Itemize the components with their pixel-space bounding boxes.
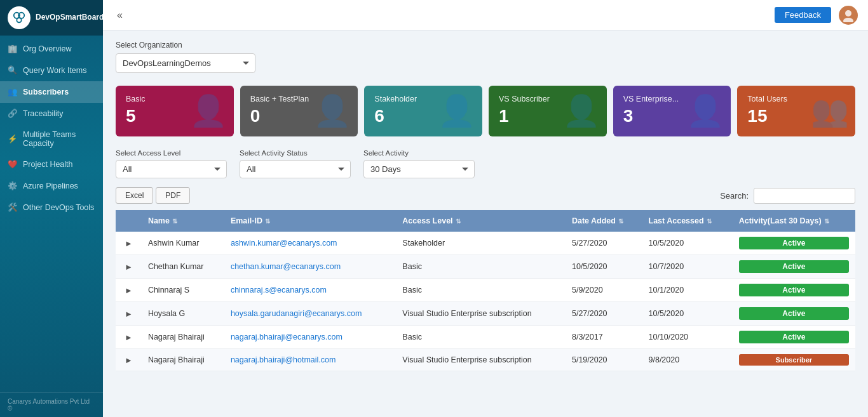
feedback-button[interactable]: Feedback — [775, 7, 831, 23]
row-expand-button[interactable]: ► — [116, 302, 142, 326]
th-name[interactable]: Name⇅ — [142, 210, 224, 232]
export-buttons: ExcelPDF — [116, 187, 190, 204]
health-icon: ❤️ — [8, 159, 18, 169]
cell-name: Hoysala G — [142, 302, 224, 326]
sidebar-item-label: Azure Pipelines — [23, 182, 78, 190]
th-activitylast-30-days[interactable]: Activity(Last 30 Days)⇅ — [733, 210, 855, 232]
sidebar-item-label: Project Health — [23, 160, 73, 169]
sidebar-item-multiple-teams-capacity[interactable]: ⚡ Multiple Teams Capacity — [0, 124, 103, 154]
export-excel-button[interactable]: Excel — [116, 187, 153, 204]
cell-date-added: 8/3/2017 — [566, 326, 642, 349]
th-access-level[interactable]: Access Level⇅ — [396, 210, 566, 232]
topbar-left: « — [113, 7, 126, 23]
th-expand[interactable] — [116, 210, 142, 232]
card-icon-total-users: 👥 — [811, 93, 849, 129]
cell-last-accessed: 10/1/2020 — [642, 279, 733, 302]
sidebar-collapse-button[interactable]: « — [113, 7, 126, 23]
svg-point-3 — [845, 10, 851, 17]
table-body: ►Ashwin Kumarashwin.kumar@ecanarys.comSt… — [116, 232, 855, 371]
table-header-row: Name⇅Email-ID⇅Access Level⇅Date Added⇅La… — [116, 210, 855, 232]
row-expand-button[interactable]: ► — [116, 279, 142, 302]
active-badge: Active — [739, 260, 849, 273]
subscriber-cards-row: Basic 5 👤Basic + TestPlan 0 👤Stakeholder… — [116, 86, 855, 136]
table-row: ►Nagaraj Bhairajinagaraj.bhairaji@ecanar… — [116, 326, 855, 349]
expand-btn[interactable]: ► — [122, 286, 135, 295]
svg-point-4 — [843, 18, 853, 22]
access-level-select[interactable]: AllBasicBasic + TestPlanStakeholderVS Su… — [116, 160, 227, 178]
card-vs-enterprise[interactable]: VS Enterprise... 3 👤 — [613, 86, 731, 136]
active-badge: Active — [739, 331, 849, 343]
org-icon: 🏢 — [8, 44, 18, 54]
cell-email: ashwin.kumar@ecanarys.com — [224, 232, 396, 255]
row-expand-button[interactable]: ► — [116, 255, 142, 279]
row-expand-button[interactable]: ► — [116, 326, 142, 349]
cell-activity: Subscriber — [733, 349, 855, 371]
sidebar-item-other-devops-tools[interactable]: 🛠️ Other DevOps Tools — [0, 197, 103, 218]
export-pdf-button[interactable]: PDF — [156, 187, 190, 204]
card-basic-testplan[interactable]: Basic + TestPlan 0 👤 — [240, 86, 358, 136]
sidebar-nav: 🏢 Org Overview🔍 Query Work Items👥 Subscr… — [0, 36, 103, 392]
org-select-dropdown[interactable]: DevOpsLearningDemos — [116, 53, 255, 73]
cell-email: nagaraj.bhairaji@ecanarys.com — [224, 326, 396, 349]
access-level-label: Select Access Level — [116, 149, 227, 157]
th-date-added[interactable]: Date Added⇅ — [566, 210, 642, 232]
topbar: « Feedback — [103, 0, 868, 30]
row-expand-button[interactable]: ► — [116, 232, 142, 255]
expand-btn[interactable]: ► — [122, 333, 135, 342]
expand-btn[interactable]: ► — [122, 309, 135, 319]
th-email-id[interactable]: Email-ID⇅ — [224, 210, 396, 232]
row-expand-button[interactable]: ► — [116, 349, 142, 371]
search-input[interactable] — [754, 188, 855, 204]
cell-date-added: 5/27/2020 — [566, 302, 642, 326]
org-select-section: Select Organization DevOpsLearningDemos — [116, 41, 855, 73]
cell-last-accessed: 10/5/2020 — [642, 232, 733, 255]
card-basic[interactable]: Basic 5 👤 — [116, 86, 234, 136]
cell-date-added: 10/5/2020 — [566, 255, 642, 279]
teams-icon: ⚡ — [8, 134, 18, 144]
card-icon-vs-subscriber: 👤 — [562, 93, 600, 129]
table-row: ►Hoysala Ghoysala.garudanagiri@ecanarys.… — [116, 302, 855, 326]
activity-status-select[interactable]: AllActiveInactive — [240, 160, 351, 178]
expand-btn[interactable]: ► — [122, 355, 135, 365]
th-last-accessed[interactable]: Last Accessed⇅ — [642, 210, 733, 232]
cell-access-level: Basic — [396, 326, 566, 349]
sidebar-item-project-health[interactable]: ❤️ Project Health — [0, 154, 103, 175]
tools-icon: 🛠️ — [8, 202, 18, 213]
card-stakeholder[interactable]: Stakeholder 6 👤 — [364, 86, 482, 136]
cell-last-accessed: 9/8/2020 — [642, 349, 733, 371]
logo-icon — [8, 6, 31, 29]
cell-last-accessed: 10/10/2020 — [642, 326, 733, 349]
sidebar-item-subscribers[interactable]: 👥 Subscribers — [0, 81, 103, 103]
active-badge: Active — [739, 284, 849, 296]
cell-name: Chethan Kumar — [142, 255, 224, 279]
cell-name: Nagaraj Bhairaji — [142, 349, 224, 371]
sidebar-item-traceability[interactable]: 🔗 Traceability — [0, 103, 103, 124]
filters-row: Select Access Level AllBasicBasic + Test… — [116, 149, 855, 178]
main-area: « Feedback Select Organization DevOpsLea… — [103, 0, 868, 417]
search-wrap: Search: — [720, 188, 855, 204]
sidebar-logo: DevOpSmartBoard — [0, 0, 103, 36]
query-icon: 🔍 — [8, 65, 18, 76]
cell-activity: Active — [733, 255, 855, 279]
sidebar-item-azure-pipelines[interactable]: ⚙️ Azure Pipelines — [0, 175, 103, 197]
card-total-users[interactable]: Total Users 15 👥 — [737, 86, 855, 136]
sidebar: DevOpSmartBoard 🏢 Org Overview🔍 Query Wo… — [0, 0, 103, 417]
card-vs-subscriber[interactable]: VS Subscriber 1 👤 — [489, 86, 607, 136]
expand-btn[interactable]: ► — [122, 262, 135, 272]
sidebar-item-label: Subscribers — [23, 88, 69, 96]
active-badge: Active — [739, 307, 849, 320]
sidebar-item-label: Other DevOps Tools — [23, 203, 94, 212]
sidebar-item-query-work-items[interactable]: 🔍 Query Work Items — [0, 60, 103, 81]
card-icon-vs-enterprise: 👤 — [686, 93, 724, 129]
table-row: ►Ashwin Kumarashwin.kumar@ecanarys.comSt… — [116, 232, 855, 255]
sidebar-item-label: Traceability — [23, 109, 63, 118]
activity-label: Select Activity — [363, 149, 475, 157]
cell-activity: Active — [733, 279, 855, 302]
sidebar-item-org-overview[interactable]: 🏢 Org Overview — [0, 38, 103, 60]
avatar — [839, 6, 858, 25]
activity-select[interactable]: 30 Days60 Days90 Days — [363, 160, 475, 178]
card-icon-basic: 👤 — [189, 93, 227, 129]
cell-date-added: 5/19/2020 — [566, 349, 642, 371]
cell-name: Chinnaraj S — [142, 279, 224, 302]
expand-btn[interactable]: ► — [122, 239, 135, 248]
